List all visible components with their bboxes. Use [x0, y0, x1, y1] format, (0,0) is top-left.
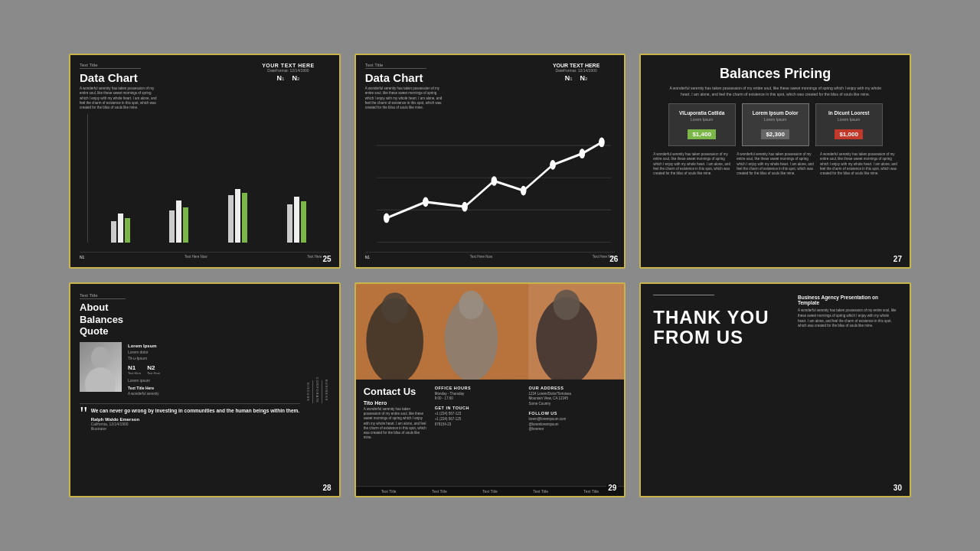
- svg-point-8: [520, 186, 526, 196]
- slide-26-your-text: YOUR TEXT HERE: [553, 63, 599, 68]
- pricing-card-2: Lorem Ipsum Dolor Lorem Ipsum $2,300: [742, 103, 809, 146]
- slide-28-right-labels: BUSINESS CORPORATE DISCUSS: [306, 293, 328, 487]
- svg-point-9: [550, 161, 556, 171]
- slide-25-header-line: [80, 68, 141, 69]
- slide-25-chart: [80, 110, 330, 252]
- app-background: Text Title Data Chart A wonderful sereni…: [0, 0, 980, 551]
- our-address-label: OUR ADDRESS: [529, 386, 617, 390]
- slide-27: Balances Pricing A wonderful serenity ha…: [639, 54, 911, 269]
- slide-25-desc: A wonderful serenity has taken possessio…: [80, 86, 160, 110]
- slide-25-top: Text Title Data Chart A wonderful sereni…: [80, 63, 330, 110]
- slide-29: Contact Us Tito Hero A wonderful serenit…: [354, 282, 626, 497]
- svg-point-6: [462, 202, 468, 212]
- card-2-sub: Lorem Ipsum: [750, 117, 801, 122]
- slide-30-title: THANK YOUFROM US: [653, 308, 776, 348]
- card-2-price: $2,300: [761, 129, 789, 139]
- follow-us: lorem@loremipsum.com@loremloremipsum@lor…: [529, 417, 617, 432]
- svg-point-13: [85, 367, 116, 392]
- slide-26-bottom: N1 Text Here Now Text Here Now: [365, 252, 616, 259]
- our-address: 1234 Lorem/Dolor/TortoiseaMountain View,…: [529, 392, 617, 407]
- slide-grid: Text Title Data Chart A wonderful sereni…: [31, 23, 949, 528]
- get-in-touch-label: GET IN TOUCH: [435, 406, 523, 410]
- slide-30: THANK YOUFROM US Business Agency Present…: [639, 282, 911, 497]
- svg-point-5: [423, 197, 429, 207]
- slide-29-number: 29: [606, 484, 618, 492]
- svg-point-4: [384, 214, 390, 223]
- profile-image: [80, 342, 122, 392]
- quote-mark: ": [80, 404, 88, 424]
- card-1-title: VILuporatia Catilda: [677, 110, 727, 116]
- slide-28-about-title: AboutBalancesQuote: [80, 302, 300, 337]
- slide-29-tabs: Text Title Text Title Text Title Text Ti…: [356, 486, 625, 496]
- slide-25-bottom: N1 Text Here Now Text Here Now: [80, 252, 330, 259]
- card-3-price: $1,000: [835, 129, 862, 139]
- slide-25: Text Title Data Chart A wonderful sereni…: [69, 54, 341, 269]
- tab-4: Text Title: [533, 489, 548, 494]
- card-3-title: In Dicunt Loorest: [824, 110, 874, 116]
- slide-27-title: Balances Pricing: [720, 66, 831, 82]
- slide-29-desc: A wonderful serenity has taken possessio…: [364, 407, 429, 441]
- slide-29-content: Contact Us Tito Hero A wonderful serenit…: [356, 380, 625, 486]
- svg-point-7: [491, 177, 497, 187]
- svg-point-10: [579, 149, 585, 159]
- card-1-price: $1,400: [688, 129, 715, 139]
- bottom-col-2: A wonderful serenity has taken possessio…: [737, 152, 814, 176]
- bottom-col-3: A wonderful serenity has taken possessio…: [820, 152, 897, 176]
- follow-us-label: FOLLOW US: [529, 411, 617, 416]
- tab-1: Text Title: [381, 489, 397, 494]
- bottom-col-1: A wonderful serenity has taken possessio…: [653, 152, 730, 176]
- slide-30-number: 30: [892, 484, 903, 492]
- slide-26-tag: Text Title: [365, 63, 446, 67]
- slide-27-subtitle: A wonderful serenity has taken possessio…: [668, 86, 883, 97]
- svg-point-12: [91, 347, 109, 368]
- slide-28-tag: Text Title: [80, 293, 300, 298]
- card-1-sub: Lorem Ipsum: [677, 117, 727, 122]
- slide-25-your-text: YOUR TEXT HERE: [262, 63, 314, 68]
- svg-rect-22: [356, 284, 625, 380]
- slide-27-number: 27: [892, 255, 903, 263]
- card-2-title: Lorem Ipsum Dolor: [750, 110, 801, 116]
- slide-27-cards: VILuporatia Catilda Lorem Ipsum $1,400 L…: [668, 103, 883, 146]
- slide-28-author-title: Illustrator: [91, 426, 300, 431]
- slide-26-desc: A wonderful serenity has taken possessio…: [365, 86, 446, 110]
- svg-point-11: [599, 138, 605, 148]
- pricing-card-1: VILuporatia Catilda Lorem Ipsum $1,400: [668, 103, 736, 146]
- slide-30-top-line: [653, 295, 714, 295]
- office-hours: Monday - Thursday9:00 - 17:00: [435, 392, 523, 403]
- slide-28-quote: We can never go wrong by investing in co…: [91, 407, 300, 414]
- slide-30-right-title: Business Agency Presentation on Template: [798, 295, 897, 305]
- slide-27-bottom: A wonderful serenity has taken possessio…: [653, 152, 897, 176]
- slide-26: Text Title Data Chart A wonderful sereni…: [354, 54, 626, 269]
- slide-25-number: 25: [322, 255, 333, 263]
- slide-30-right: Business Agency Presentation on Template…: [798, 295, 897, 329]
- slide-26-number: 26: [609, 255, 618, 263]
- slide-26-top: Text Title Data Chart A wonderful sereni…: [365, 63, 616, 110]
- slide-28-number: 28: [322, 484, 333, 492]
- tab-5: Text Title: [583, 489, 599, 494]
- slide-25-subtitle: DateFormat: 12/14/1900: [262, 68, 314, 73]
- slide-26-chart: [365, 110, 616, 252]
- slide-29-title: Contact Us: [364, 386, 429, 397]
- get-in-touch: +1 (234) 567-123+1 (234) 567-125678154-2…: [435, 412, 523, 427]
- pricing-card-3: In Dicunt Loorest Lorem Ipsum $1,000: [815, 103, 883, 146]
- office-hours-label: OFFICE HOURS: [435, 386, 523, 390]
- slide-25-tag: Text Title: [80, 63, 160, 67]
- slide-25-title: Data Chart: [80, 71, 160, 84]
- tab-2: Text Title: [432, 489, 447, 494]
- profile-info: Lorem Ipsum Lorem dolor Tit-u-Ipsum N1 T…: [128, 342, 160, 396]
- slide-29-image: [356, 284, 625, 380]
- tab-3: Text Title: [482, 489, 498, 494]
- card-3-sub: Lorem Ipsum: [824, 117, 874, 122]
- slide-28: Text Title AboutBalancesQuote: [69, 282, 341, 497]
- slide-29-name: Tito Hero: [364, 400, 429, 406]
- slide-26-subtitle: DateFormat: 12/14/1900: [553, 68, 599, 73]
- slide-26-title: Data Chart: [365, 71, 446, 84]
- slide-30-right-desc: A wonderful serenity has taken possessio…: [798, 308, 897, 329]
